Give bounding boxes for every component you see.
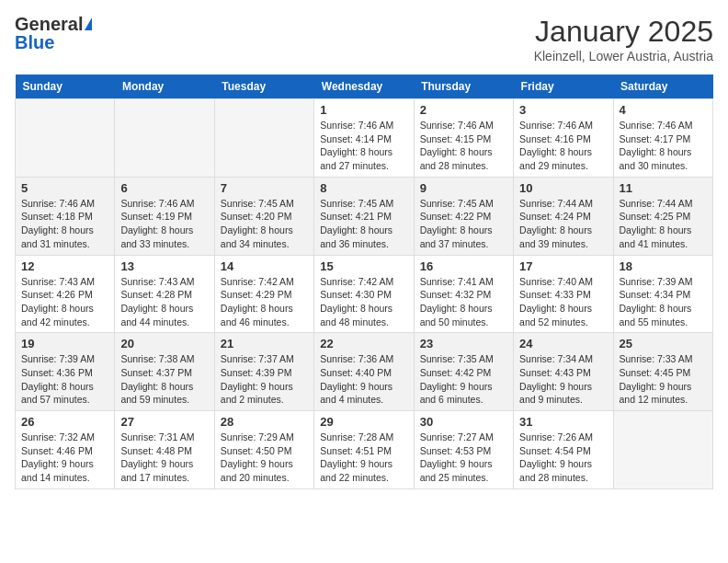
day-number: 10 (519, 181, 607, 195)
day-info: Sunrise: 7:35 AMSunset: 4:42 PMDaylight:… (420, 352, 507, 407)
day-info: Sunrise: 7:44 AMSunset: 4:25 PMDaylight:… (620, 197, 707, 251)
day-number: 30 (420, 415, 507, 429)
calendar-cell (214, 99, 313, 178)
calendar-body: 1Sunrise: 7:46 AMSunset: 4:14 PMDaylight… (16, 99, 713, 489)
day-number: 17 (519, 259, 607, 273)
day-number: 15 (320, 259, 407, 273)
calendar-cell: 10Sunrise: 7:44 AMSunset: 4:24 PMDayligh… (514, 177, 613, 255)
calendar-cell: 16Sunrise: 7:41 AMSunset: 4:32 PMDayligh… (414, 255, 513, 333)
day-info: Sunrise: 7:43 AMSunset: 4:28 PMDaylight:… (120, 275, 208, 329)
calendar-cell: 29Sunrise: 7:28 AMSunset: 4:51 PMDayligh… (314, 411, 414, 489)
day-info: Sunrise: 7:42 AMSunset: 4:29 PMDaylight:… (221, 275, 308, 329)
calendar-cell: 1Sunrise: 7:46 AMSunset: 4:14 PMDaylight… (314, 99, 414, 178)
day-info: Sunrise: 7:44 AMSunset: 4:24 PMDaylight:… (519, 197, 607, 251)
day-info: Sunrise: 7:37 AMSunset: 4:39 PMDaylight:… (221, 352, 308, 407)
day-info: Sunrise: 7:45 AMSunset: 4:20 PMDaylight:… (221, 197, 308, 251)
calendar-cell: 19Sunrise: 7:39 AMSunset: 4:36 PMDayligh… (16, 333, 115, 411)
calendar-week-1: 1Sunrise: 7:46 AMSunset: 4:14 PMDaylight… (16, 99, 713, 178)
calendar-header: SundayMondayTuesdayWednesdayThursdayFrid… (16, 75, 713, 99)
day-number: 3 (519, 103, 607, 117)
day-number: 4 (620, 103, 707, 117)
day-info: Sunrise: 7:32 AMSunset: 4:46 PMDaylight:… (21, 431, 108, 485)
day-info: Sunrise: 7:29 AMSunset: 4:50 PMDaylight:… (221, 431, 308, 485)
calendar-cell: 6Sunrise: 7:46 AMSunset: 4:19 PMDaylight… (115, 177, 214, 255)
day-info: Sunrise: 7:33 AMSunset: 4:45 PMDaylight:… (620, 352, 707, 407)
day-number: 14 (221, 259, 308, 273)
day-number: 25 (620, 337, 707, 350)
logo-triangle-icon (85, 17, 92, 30)
calendar-cell: 2Sunrise: 7:46 AMSunset: 4:15 PMDaylight… (414, 99, 513, 178)
day-number: 26 (21, 415, 108, 429)
calendar-cell: 26Sunrise: 7:32 AMSunset: 4:46 PMDayligh… (16, 411, 115, 489)
day-info: Sunrise: 7:45 AMSunset: 4:21 PMDaylight:… (320, 197, 407, 251)
day-number: 9 (420, 181, 507, 195)
title-area: January 2025 Kleinzell, Lower Austria, A… (534, 15, 713, 63)
calendar-cell: 7Sunrise: 7:45 AMSunset: 4:20 PMDaylight… (214, 177, 313, 255)
day-info: Sunrise: 7:28 AMSunset: 4:51 PMDaylight:… (320, 431, 407, 485)
calendar-cell: 20Sunrise: 7:38 AMSunset: 4:37 PMDayligh… (115, 333, 214, 411)
day-info: Sunrise: 7:26 AMSunset: 4:54 PMDaylight:… (519, 431, 607, 485)
calendar-cell: 3Sunrise: 7:46 AMSunset: 4:16 PMDaylight… (514, 99, 613, 178)
day-info: Sunrise: 7:39 AMSunset: 4:36 PMDaylight:… (21, 352, 108, 407)
weekday-header-thursday: Thursday (414, 75, 513, 99)
weekday-header-row: SundayMondayTuesdayWednesdayThursdayFrid… (16, 75, 713, 99)
day-info: Sunrise: 7:46 AMSunset: 4:19 PMDaylight:… (120, 197, 208, 251)
calendar-cell: 9Sunrise: 7:45 AMSunset: 4:22 PMDaylight… (414, 177, 513, 255)
day-number: 5 (21, 181, 108, 195)
day-number: 20 (120, 337, 208, 350)
calendar-cell: 15Sunrise: 7:42 AMSunset: 4:30 PMDayligh… (314, 255, 414, 333)
day-info: Sunrise: 7:27 AMSunset: 4:53 PMDaylight:… (420, 431, 507, 485)
calendar-cell (613, 411, 712, 489)
day-number: 31 (519, 415, 607, 429)
day-info: Sunrise: 7:42 AMSunset: 4:30 PMDaylight:… (320, 275, 407, 329)
day-info: Sunrise: 7:46 AMSunset: 4:17 PMDaylight:… (620, 119, 707, 173)
day-info: Sunrise: 7:38 AMSunset: 4:37 PMDaylight:… (120, 352, 208, 407)
day-number: 13 (120, 259, 208, 273)
day-number: 29 (320, 415, 407, 429)
day-info: Sunrise: 7:31 AMSunset: 4:48 PMDaylight:… (120, 431, 208, 485)
calendar-cell: 4Sunrise: 7:46 AMSunset: 4:17 PMDaylight… (613, 99, 712, 178)
weekday-header-friday: Friday (514, 75, 613, 99)
day-info: Sunrise: 7:46 AMSunset: 4:18 PMDaylight:… (21, 197, 108, 251)
day-info: Sunrise: 7:40 AMSunset: 4:33 PMDaylight:… (519, 275, 607, 329)
day-info: Sunrise: 7:41 AMSunset: 4:32 PMDaylight:… (420, 275, 507, 329)
calendar-cell: 8Sunrise: 7:45 AMSunset: 4:21 PMDaylight… (314, 177, 414, 255)
day-number: 2 (420, 103, 507, 117)
page-header: General Blue January 2025 Kleinzell, Low… (15, 15, 713, 63)
day-number: 12 (21, 259, 108, 273)
logo-general: General (15, 15, 83, 33)
day-number: 19 (21, 337, 108, 350)
day-number: 23 (420, 337, 507, 350)
day-info: Sunrise: 7:34 AMSunset: 4:43 PMDaylight:… (519, 352, 607, 407)
weekday-header-sunday: Sunday (16, 75, 115, 99)
calendar-cell: 22Sunrise: 7:36 AMSunset: 4:40 PMDayligh… (314, 333, 414, 411)
calendar-table: SundayMondayTuesdayWednesdayThursdayFrid… (15, 75, 713, 489)
weekday-header-tuesday: Tuesday (214, 75, 313, 99)
day-number: 18 (620, 259, 707, 273)
weekday-header-saturday: Saturday (613, 75, 712, 99)
location: Kleinzell, Lower Austria, Austria (534, 49, 713, 63)
day-number: 11 (620, 181, 707, 195)
calendar-cell: 24Sunrise: 7:34 AMSunset: 4:43 PMDayligh… (514, 333, 613, 411)
calendar-week-3: 12Sunrise: 7:43 AMSunset: 4:26 PMDayligh… (16, 255, 713, 333)
calendar-cell (16, 99, 115, 178)
weekday-header-wednesday: Wednesday (314, 75, 414, 99)
day-info: Sunrise: 7:43 AMSunset: 4:26 PMDaylight:… (21, 275, 108, 329)
day-number: 22 (320, 337, 407, 350)
day-info: Sunrise: 7:45 AMSunset: 4:22 PMDaylight:… (420, 197, 507, 251)
calendar-week-4: 19Sunrise: 7:39 AMSunset: 4:36 PMDayligh… (16, 333, 713, 411)
logo: General Blue (15, 15, 92, 52)
calendar-cell: 27Sunrise: 7:31 AMSunset: 4:48 PMDayligh… (115, 411, 214, 489)
calendar-cell: 5Sunrise: 7:46 AMSunset: 4:18 PMDaylight… (16, 177, 115, 255)
day-number: 8 (320, 181, 407, 195)
calendar-week-2: 5Sunrise: 7:46 AMSunset: 4:18 PMDaylight… (16, 177, 713, 255)
logo-blue: Blue (15, 33, 92, 52)
weekday-header-monday: Monday (115, 75, 214, 99)
calendar-cell: 11Sunrise: 7:44 AMSunset: 4:25 PMDayligh… (613, 177, 712, 255)
day-info: Sunrise: 7:36 AMSunset: 4:40 PMDaylight:… (320, 352, 407, 407)
calendar-cell: 28Sunrise: 7:29 AMSunset: 4:50 PMDayligh… (214, 411, 313, 489)
day-info: Sunrise: 7:46 AMSunset: 4:14 PMDaylight:… (320, 119, 407, 173)
day-number: 1 (320, 103, 407, 117)
calendar-cell: 18Sunrise: 7:39 AMSunset: 4:34 PMDayligh… (613, 255, 712, 333)
calendar-cell: 17Sunrise: 7:40 AMSunset: 4:33 PMDayligh… (514, 255, 613, 333)
